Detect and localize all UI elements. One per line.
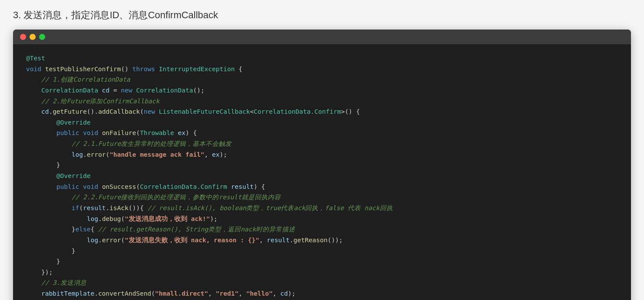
traffic-light-minimize (30, 34, 36, 40)
comment-2: // 2.给Future添加ConfirmCallback (26, 98, 159, 105)
traffic-light-close (20, 34, 26, 40)
annotation-override-1: @Override (26, 119, 90, 126)
code-content: @Test void testPublisherConfirm() throws… (13, 44, 631, 300)
code-window: @Test void testPublisherConfirm() throws… (13, 30, 631, 300)
comment-5: // 3.发送消息 (26, 279, 86, 286)
code-line-12: } (26, 247, 76, 254)
traffic-light-maximize (39, 34, 45, 40)
code-line-2: CorrelationData cd = new CorrelationData… (26, 87, 204, 94)
comment-3: // 2.1.Future发生异常时的处理逻辑，基本不会触发 (26, 140, 232, 147)
code-line-11: log.error("发送消息失败，收到 nack, reason : {}",… (26, 237, 343, 244)
comment-4: // 2.2.Future接收到回执的处理逻辑，参数中的result就是回执内容 (26, 194, 281, 201)
code-line-8: if(result.isAck()){ // result.isAck(), b… (26, 204, 393, 211)
code-line-13: } (26, 258, 60, 265)
code-line-4: public void onFailure(Throwable ex) { (26, 129, 197, 136)
annotation-test: @Test (26, 55, 45, 62)
code-line-9: log.debug("发送消息成功，收到 ack!"); (26, 215, 218, 222)
code-line-3: cd.getFuture().addCallback(new Listenabl… (26, 108, 360, 115)
code-line-15: rabbitTemplate.convertAndSend("hmall.dir… (26, 290, 295, 297)
window-titlebar (13, 30, 631, 44)
code-line-1: void testPublisherConfirm() throws Inter… (26, 66, 242, 73)
code-line-14: }); (26, 269, 53, 276)
annotation-override-2: @Override (26, 172, 90, 179)
code-line-5: log.error("handle message ack fail", ex)… (26, 151, 227, 158)
code-line-7: public void onSuccess(CorrelationData.Co… (26, 183, 265, 190)
comment-1: // 1.创建CorrelationData (26, 76, 130, 83)
code-line-6: } (26, 162, 60, 168)
page-title: 3. 发送消息，指定消息ID、消息ConfirmCallback (13, 9, 631, 22)
code-line-10: }else{ // result.getReason(), String类型，返… (26, 226, 295, 233)
